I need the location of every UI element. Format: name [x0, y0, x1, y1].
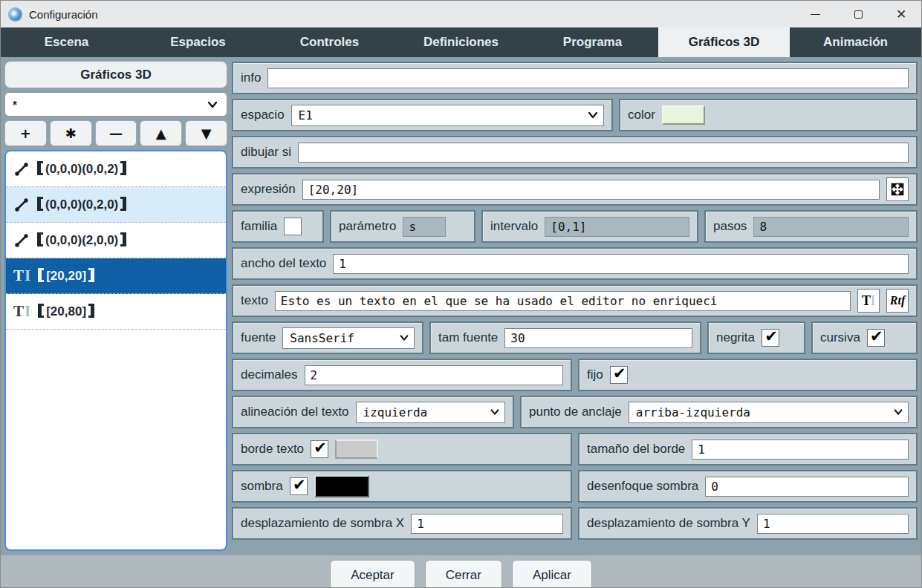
- familia-checkbox[interactable]: [284, 218, 302, 235]
- anclaje-select[interactable]: arriba-izquierda: [629, 402, 909, 423]
- graphics-list: (0,0,0)(0,0,2) (0,0,0)(0,2,0) (0,0,0)(2,…: [4, 150, 227, 551]
- chevron-down-icon: [490, 407, 500, 417]
- tab-controles[interactable]: Controles: [264, 27, 395, 57]
- intervalo-input: [545, 217, 689, 237]
- tamano-borde-input[interactable]: [692, 440, 909, 460]
- segment-icon: [13, 197, 30, 213]
- list-item-segment-3[interactable]: (0,0,0)(2,0,0): [6, 223, 226, 258]
- info-input[interactable]: [267, 68, 909, 88]
- move-up-button[interactable]: ▲: [140, 120, 182, 146]
- list-item-segment-1[interactable]: (0,0,0)(0,0,2): [6, 151, 226, 187]
- tab-animacion[interactable]: Animación: [790, 27, 921, 57]
- tab-programa[interactable]: Programa: [527, 27, 658, 57]
- espacio-select[interactable]: E1: [291, 105, 604, 126]
- intervalo-label: intervalo: [490, 219, 538, 234]
- parametro-input: [403, 217, 446, 237]
- list-toolbar: + ✱ — ▲ ▼: [4, 120, 227, 146]
- segment-icon: [13, 161, 30, 177]
- texto-label: texto: [241, 293, 268, 308]
- close-icon: ✕: [896, 8, 906, 21]
- tam-fuente-label: tam fuente: [438, 330, 498, 345]
- properties-panel: info espacio E1 color: [231, 57, 921, 555]
- move-down-button[interactable]: ▼: [185, 120, 227, 146]
- cursiva-checkbox[interactable]: ✔: [867, 329, 885, 347]
- alineacion-label: alineación del texto: [241, 405, 349, 419]
- minimize-button[interactable]: [810, 9, 820, 19]
- dibujar-si-input[interactable]: [298, 143, 909, 163]
- item-label: [20,80]: [38, 304, 94, 319]
- fijo-checkbox[interactable]: ✔: [610, 366, 628, 384]
- window-title: Configuración: [29, 8, 98, 21]
- texto-input[interactable]: [275, 291, 851, 311]
- filter-dropdown[interactable]: *: [4, 92, 227, 117]
- text-icon: TI: [13, 304, 30, 319]
- aplicar-button[interactable]: Aplicar: [512, 560, 592, 587]
- filter-value: *: [13, 98, 17, 111]
- despl-x-input[interactable]: [411, 514, 563, 534]
- espacio-label: espacio: [241, 108, 285, 122]
- item-label: (0,0,0)(2,0,0): [37, 232, 126, 248]
- parametro-label: parámetro: [339, 219, 396, 234]
- ancho-texto-input[interactable]: [333, 254, 909, 274]
- item-label: (0,0,0)(0,2,0): [37, 197, 126, 212]
- sombra-checkbox[interactable]: ✔: [290, 477, 308, 495]
- item-label: (0,0,0)(0,0,2): [37, 161, 126, 177]
- configuracion-window: Configuración ✕ Escena Espacios Controle…: [0, 0, 922, 588]
- plain-text-editor-button[interactable]: TI: [857, 289, 880, 313]
- dialog-footer: Aceptar Cerrar Aplicar: [1, 555, 921, 587]
- chevron-down-icon: [206, 98, 219, 111]
- alineacion-select[interactable]: izquierda: [356, 402, 505, 423]
- despl-y-label: desplazamiento de sombra Y: [587, 516, 750, 531]
- close-button[interactable]: ✕: [896, 9, 906, 19]
- desenfoque-input[interactable]: [705, 477, 909, 497]
- borde-texto-checkbox[interactable]: ✔: [311, 440, 328, 458]
- borde-texto-color-swatch[interactable]: [335, 440, 378, 459]
- text-icon: TI: [13, 268, 30, 284]
- cursiva-label: cursiva: [820, 330, 860, 345]
- fijo-label: fijo: [587, 368, 603, 382]
- color-label: color: [628, 108, 655, 122]
- borde-texto-label: borde texto: [241, 442, 304, 457]
- negrita-checkbox[interactable]: ✔: [762, 329, 779, 347]
- chevron-down-icon: [399, 333, 409, 343]
- rtf-editor-button[interactable]: Rtf: [886, 289, 909, 313]
- expand-icon: [889, 181, 906, 197]
- info-label: info: [241, 71, 261, 85]
- fuente-select[interactable]: SansSerif: [282, 327, 415, 349]
- tab-escena[interactable]: Escena: [1, 27, 132, 57]
- duplicate-button[interactable]: ✱: [50, 120, 92, 146]
- minimize-icon: [811, 14, 820, 15]
- panel-title: Gráficos 3D: [4, 61, 227, 88]
- aceptar-button[interactable]: Aceptar: [330, 560, 415, 587]
- color-swatch[interactable]: [662, 105, 705, 125]
- sombra-color-swatch[interactable]: [314, 475, 369, 497]
- expresion-input[interactable]: [302, 180, 880, 200]
- title-bar: Configuración ✕: [1, 1, 921, 27]
- decimales-input[interactable]: [305, 365, 563, 385]
- desenfoque-label: desenfoque sombra: [587, 479, 698, 494]
- add-button[interactable]: +: [4, 120, 47, 146]
- despl-y-input[interactable]: [757, 514, 909, 534]
- expand-expression-button[interactable]: [886, 177, 909, 201]
- list-item-text-1[interactable]: TI [20,20]: [6, 258, 226, 294]
- fuente-label: fuente: [241, 330, 276, 345]
- ancho-texto-label: ancho del texto: [241, 256, 326, 271]
- graphics-list-panel: Gráficos 3D * + ✱ — ▲ ▼ (0,0,0): [1, 57, 231, 555]
- negrita-label: negrita: [716, 330, 755, 345]
- tab-definiciones[interactable]: Definiciones: [395, 27, 527, 57]
- tab-graficos-3d[interactable]: Gráficos 3D: [658, 27, 790, 57]
- tab-bar: Escena Espacios Controles Definiciones P…: [1, 27, 921, 57]
- anclaje-label: punto de anclaje: [529, 405, 622, 419]
- pasos-input: [753, 217, 909, 237]
- decimales-label: decimales: [241, 368, 298, 382]
- list-item-segment-2[interactable]: (0,0,0)(0,2,0): [6, 187, 226, 223]
- remove-button[interactable]: —: [95, 120, 137, 146]
- tab-espacios[interactable]: Espacios: [132, 27, 264, 57]
- list-item-text-2[interactable]: TI [20,80]: [6, 294, 226, 330]
- sombra-label: sombra: [241, 479, 283, 494]
- maximize-button[interactable]: [853, 9, 863, 19]
- segment-icon: [13, 232, 30, 249]
- cerrar-button[interactable]: Cerrar: [425, 560, 502, 587]
- tam-fuente-input[interactable]: [504, 328, 692, 348]
- chevron-down-icon: [893, 407, 903, 417]
